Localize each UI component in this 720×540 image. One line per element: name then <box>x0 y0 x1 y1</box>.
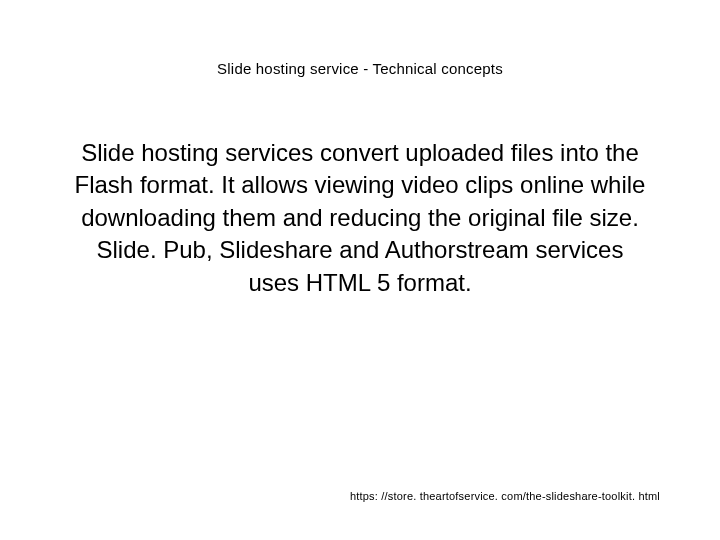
footer-url: https: //store. theartofservice. com/the… <box>350 490 660 502</box>
slide-title: Slide hosting service - Technical concep… <box>60 60 660 77</box>
slide-body: Slide hosting services convert uploaded … <box>60 137 660 299</box>
slide-container: Slide hosting service - Technical concep… <box>0 0 720 540</box>
